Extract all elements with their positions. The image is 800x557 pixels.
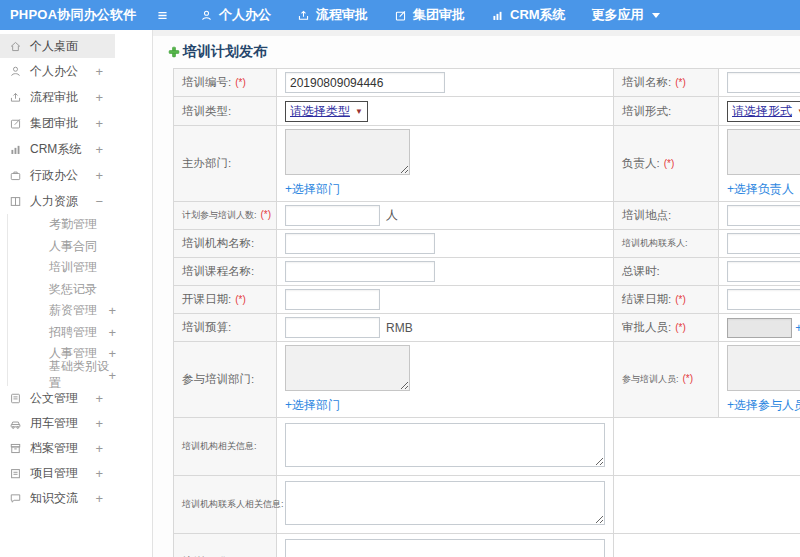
field-label: 结课日期:	[622, 293, 671, 305]
expand-plus-icon[interactable]: +	[108, 368, 116, 383]
field-label: 负责人:	[622, 157, 660, 169]
sidebar-item-human-resources[interactable]: 人力资源 −	[0, 188, 115, 214]
requirement-textarea[interactable]	[285, 539, 605, 557]
caret-down-icon	[652, 13, 660, 18]
expand-plus-icon[interactable]: +	[95, 90, 103, 105]
expand-plus-icon[interactable]: +	[95, 466, 103, 481]
training-form: 培训编号:(*) 培训名称:(*) 培训类型: 请选择类型▼ 培训形式: 请选择…	[173, 68, 800, 557]
sidebar-subitem-label: 人事合同	[49, 238, 97, 255]
user-icon	[9, 65, 22, 78]
org-info-textarea[interactable]	[285, 423, 605, 467]
choose-dept-link[interactable]: +选择部门	[285, 181, 340, 198]
menu-toggle-button[interactable]	[156, 9, 178, 22]
expand-plus-icon[interactable]: +	[95, 116, 103, 131]
budget-input[interactable]	[285, 317, 380, 338]
sidebar-item-personal-desktop[interactable]: 个人桌面	[0, 34, 115, 58]
course-name-input[interactable]	[285, 261, 435, 282]
sidebar-item-archive-mgmt[interactable]: 档案管理 +	[0, 436, 115, 461]
sidebar-item-group-approval[interactable]: 集团审批 +	[0, 110, 115, 136]
org-contact-info-textarea[interactable]	[285, 481, 605, 525]
total-hours-input[interactable]	[727, 261, 800, 282]
sidebar-subitem-label: 奖惩记录	[49, 281, 97, 298]
required-mark: (*)	[675, 294, 686, 305]
field-label: 培训课程名称:	[182, 265, 254, 277]
expand-plus-icon[interactable]: +	[108, 325, 116, 340]
workflow-icon	[297, 9, 310, 22]
page-title-bar: 培训计划发布	[153, 36, 800, 68]
choose-leader-link[interactable]: +选择负责人	[727, 181, 794, 198]
sidebar-item-vehicle-mgmt[interactable]: 用车管理 +	[0, 411, 115, 436]
nav-personal-office[interactable]: 个人办公	[200, 6, 271, 24]
sidebar-item-label: 行政办公	[30, 167, 78, 184]
choose-dept-link[interactable]: +选择部门	[285, 397, 340, 414]
required-mark: (*)	[683, 373, 694, 384]
nav-more-apps[interactable]: 更多应用	[592, 6, 660, 24]
sidebar-item-label: CRM系统	[30, 141, 81, 158]
sidebar-subitem-salary[interactable]: 薪资管理+	[8, 300, 116, 322]
nav-crm-system[interactable]: CRM系统	[491, 6, 566, 24]
join-dept-textarea[interactable]	[285, 345, 410, 391]
training-number-input[interactable]	[285, 72, 445, 93]
sidebar-subitem-training[interactable]: 培训管理	[8, 257, 116, 279]
end-date-input[interactable]	[727, 289, 800, 310]
sidebar-item-label: 项目管理	[30, 465, 78, 482]
sidebar-item-knowledge-exchange[interactable]: 知识交流 +	[0, 486, 115, 511]
org-contact-input[interactable]	[727, 233, 800, 254]
join-people-textarea[interactable]	[727, 345, 800, 391]
location-input[interactable]	[727, 205, 800, 226]
field-label: 参与培训部门:	[182, 373, 254, 385]
host-dept-textarea[interactable]	[285, 129, 410, 175]
expand-plus-icon[interactable]: +	[95, 491, 103, 506]
start-date-input[interactable]	[285, 289, 380, 310]
sidebar-item-label: 个人办公	[30, 63, 78, 80]
sidebar-item-document-mgmt[interactable]: 公文管理 +	[0, 386, 115, 411]
sidebar-subitem-attendance[interactable]: 考勤管理	[8, 214, 116, 236]
sidebar-subitem-recruit[interactable]: 招聘管理+	[8, 322, 116, 344]
training-name-input[interactable]	[727, 72, 800, 93]
collapse-minus-icon[interactable]: −	[95, 194, 103, 209]
training-type-select[interactable]: 请选择类型▼	[285, 101, 368, 122]
field-label: 培训机构联系人相关信息:	[182, 499, 284, 509]
org-name-input[interactable]	[285, 233, 435, 254]
sidebar-item-crm[interactable]: CRM系统 +	[0, 136, 115, 162]
choose-approver-link[interactable]: +选择审批人员	[795, 320, 800, 337]
approver-input[interactable]	[727, 318, 792, 338]
field-label: 培训名称:	[622, 76, 671, 88]
hamburger-icon	[156, 9, 169, 22]
field-label: 总课时:	[622, 265, 660, 277]
row-org-info: 培训机构相关信息:	[174, 418, 800, 476]
nav-group-approval[interactable]: 集团审批	[394, 6, 465, 24]
expand-plus-icon[interactable]: +	[95, 168, 103, 183]
car-icon	[9, 417, 22, 430]
empty-cell	[614, 534, 800, 557]
chat-icon	[9, 492, 22, 505]
hr-submenu: 考勤管理 人事合同 培训管理 奖惩记录 薪资管理+ 招聘管理+ 人事管理+ 基础…	[7, 214, 152, 386]
training-mode-select[interactable]: 请选择形式▼	[727, 101, 800, 122]
sidebar-item-admin-office[interactable]: 行政办公 +	[0, 162, 115, 188]
user-icon	[200, 9, 213, 22]
row-dates: 开课日期:(*) 结课日期:(*)	[174, 286, 800, 314]
sidebar-subitem-base-category[interactable]: 基础类别设置+	[8, 365, 116, 387]
sidebar-item-personal-office[interactable]: 个人办公 +	[0, 58, 115, 84]
sidebar-item-workflow-approval[interactable]: 流程审批 +	[0, 84, 115, 110]
top-nav: 个人办公 流程审批 集团审批 CRM系统 更多应用	[200, 6, 660, 24]
expand-plus-icon[interactable]: +	[95, 391, 103, 406]
expand-plus-icon[interactable]: +	[95, 142, 103, 157]
expand-plus-icon[interactable]: +	[108, 303, 116, 318]
nav-label: 个人办公	[219, 6, 271, 24]
choose-join-people-link[interactable]: +选择参与人员	[727, 397, 800, 414]
expand-plus-icon[interactable]: +	[95, 441, 103, 456]
expand-plus-icon[interactable]: +	[95, 64, 103, 79]
sidebar-item-label: 个人桌面	[30, 38, 78, 55]
workflow-icon	[9, 91, 22, 104]
nav-workflow-approval[interactable]: 流程审批	[297, 6, 368, 24]
expand-plus-icon[interactable]: +	[95, 416, 103, 431]
planned-count-input[interactable]	[285, 205, 380, 226]
sidebar-item-project-mgmt[interactable]: 项目管理 +	[0, 461, 115, 486]
field-label: 培训形式:	[622, 105, 671, 117]
sidebar-subitem-hr-contract[interactable]: 人事合同	[8, 236, 116, 258]
page-title: 培训计划发布	[183, 43, 267, 61]
sidebar: 个人桌面 个人办公 + 流程审批 + 集团审批 + CRM系统 + 行政办公 +…	[0, 30, 153, 557]
leader-textarea[interactable]	[727, 129, 800, 175]
sidebar-subitem-rewards[interactable]: 奖惩记录	[8, 279, 116, 301]
